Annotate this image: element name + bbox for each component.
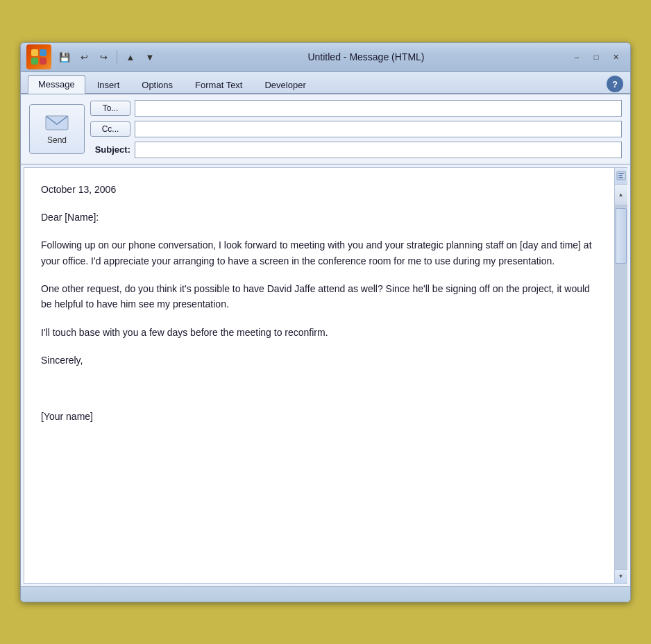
cc-button[interactable]: Cc... (90, 121, 130, 137)
tab-message[interactable]: Message (28, 75, 85, 94)
scrollbar: ▲ ▼ (614, 168, 627, 583)
up-button[interactable]: ▲ (121, 49, 140, 65)
email-signature-spacer (41, 381, 598, 396)
scroll-down-button[interactable]: ▼ (615, 569, 627, 583)
email-paragraph1: Following up on our phone conversation, … (41, 237, 598, 269)
subject-row: Subject: (90, 142, 622, 158)
tab-insert[interactable]: Insert (87, 76, 130, 94)
email-body-wrapper: October 13, 2006 Dear [Name]: Following … (21, 164, 630, 586)
undo-button[interactable]: ↩ (75, 49, 93, 65)
email-paragraph3: I'll touch base with you a few days befo… (41, 325, 598, 340)
save-button[interactable]: 💾 (56, 49, 74, 65)
svg-rect-3 (618, 175, 623, 176)
to-input[interactable] (135, 100, 622, 117)
scrollbar-track[interactable] (615, 205, 627, 569)
help-button[interactable]: ? (607, 76, 623, 92)
send-label: Send (47, 135, 67, 145)
outlook-window: 💾 ↩ ↪ ▲ ▼ Untitled - Message (HTML) – □ … (20, 42, 631, 602)
redo-button[interactable]: ↪ (94, 49, 112, 65)
send-icon (44, 113, 69, 133)
email-form: Send To... Cc... Subject: (21, 94, 630, 164)
quick-access-toolbar: 💾 ↩ ↪ ▲ ▼ (56, 49, 159, 65)
tab-format-text[interactable]: Format Text (185, 76, 253, 94)
status-bar (21, 586, 630, 602)
cc-input[interactable] (135, 121, 622, 137)
close-button[interactable]: ✕ (607, 50, 625, 64)
send-button-container: Send (29, 100, 85, 158)
svg-rect-2 (618, 173, 624, 174)
subject-input[interactable] (135, 142, 622, 158)
ribbon: Message Insert Options Format Text Devel… (21, 72, 630, 94)
form-fields: To... Cc... Subject: (90, 100, 622, 158)
to-row: To... (90, 100, 622, 117)
tab-options[interactable]: Options (131, 76, 183, 94)
subject-label: Subject: (90, 144, 130, 155)
email-signature: [Your name] (41, 409, 598, 424)
window-controls: – □ ✕ (568, 50, 625, 64)
email-content-area: October 13, 2006 Dear [Name]: Following … (24, 167, 627, 584)
email-paragraph2: One other request, do you think it's pos… (41, 281, 598, 312)
office-logo (26, 44, 51, 69)
scrollbar-thumb[interactable] (616, 208, 627, 264)
window-title: Untitled - Message (HTML) (164, 51, 568, 62)
toolbar-divider (117, 50, 117, 64)
send-button[interactable]: Send (29, 104, 85, 154)
cc-row: Cc... (90, 121, 622, 137)
svg-rect-4 (618, 177, 623, 178)
minimize-button[interactable]: – (568, 50, 586, 64)
email-closing: Sincerely, (41, 353, 598, 368)
ribbon-tabs: Message Insert Options Format Text Devel… (21, 72, 630, 94)
scroll-icon-svg (616, 171, 626, 180)
to-button[interactable]: To... (90, 101, 130, 116)
email-greeting: Dear [Name]: (41, 210, 598, 225)
scroll-icon (615, 168, 627, 185)
title-bar: 💾 ↩ ↪ ▲ ▼ Untitled - Message (HTML) – □ … (21, 43, 630, 72)
email-text-content[interactable]: October 13, 2006 Dear [Name]: Following … (24, 168, 614, 583)
restore-button[interactable]: □ (587, 50, 605, 64)
tab-developer[interactable]: Developer (254, 76, 316, 94)
down-button[interactable]: ▼ (141, 49, 159, 65)
email-date: October 13, 2006 (41, 182, 598, 197)
scroll-up-button[interactable]: ▲ (615, 185, 627, 205)
